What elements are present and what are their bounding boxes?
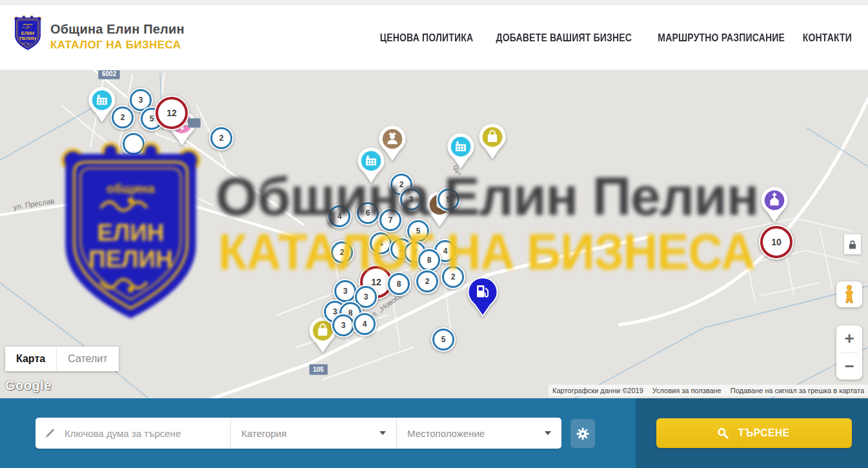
lock-button[interactable] [844, 234, 861, 254]
category-select-label: Категория [241, 428, 287, 439]
search-submit-button[interactable]: ТЪРСЕНЕ [656, 418, 852, 448]
nav-item-3[interactable]: МАРШРУТНО РАЗПИСАНИЕ [658, 32, 785, 44]
map-canvas[interactable]: ул. Преславбул. „Новоселци" 6002105 3251… [0, 70, 868, 398]
nav-item-1[interactable]: ЦЕНОВА ПОЛИТИКА [380, 32, 474, 44]
site-subtitle: КАТАЛОГ НА БИЗНЕСА [50, 39, 185, 52]
report-error-link[interactable]: Подаване на сигнал за грешка в картата [731, 387, 864, 394]
terms-link[interactable]: Условия за ползване [652, 387, 722, 394]
top-strip [0, 0, 868, 5]
zoom-control: + − [836, 325, 862, 380]
map-attribution: Картографски данни ©2019 Условия за полз… [549, 385, 868, 396]
map-type-map-button[interactable]: Карта [5, 347, 56, 371]
gear-icon [576, 427, 589, 440]
chevron-down-icon [545, 431, 551, 435]
zoom-in-button[interactable]: + [836, 325, 862, 352]
keyword-field-wrap [35, 418, 231, 449]
advanced-settings-button[interactable] [570, 419, 595, 448]
search-input[interactable] [63, 427, 221, 440]
search-icon [717, 427, 729, 439]
location-select-label: Местоположение [407, 428, 485, 439]
padlock-icon [848, 239, 857, 250]
nav-item-4[interactable]: КОНТАКТИ [803, 32, 852, 44]
map-type-control: Карта Сателит [5, 347, 119, 371]
category-select[interactable]: Категория [231, 418, 397, 449]
header: Община Елин Пелин КАТАЛОГ НА БИЗНЕСА ЦЕН… [0, 5, 868, 70]
google-logo[interactable]: Google [5, 378, 52, 393]
street-view-pegman[interactable] [836, 281, 862, 307]
location-select[interactable]: Местоположение [397, 418, 561, 449]
nav-item-2[interactable]: ДОБАВЕТЕ ВАШИЯТ БИЗНЕС [496, 32, 632, 44]
site-brand[interactable]: Община Елин Пелин КАТАЛОГ НА БИЗНЕСА [50, 22, 185, 52]
site-logo[interactable] [13, 14, 43, 52]
site-title: Община Елин Пелин [50, 22, 185, 37]
search-bar: Категория Местоположение [0, 398, 868, 468]
search-fields: Категория Местоположение [35, 418, 561, 449]
chevron-down-icon [379, 431, 386, 435]
attribution-data-text: Картографски данни ©2019 [552, 387, 643, 394]
pegman-icon [842, 285, 856, 304]
page: Община Елин Пелин КАТАЛОГ НА БИЗНЕСА ЦЕН… [0, 0, 868, 468]
search-submit-label: ТЪРСЕНЕ [738, 427, 789, 440]
main-nav: ЦЕНОВА ПОЛИТИКАДОБАВЕТЕ ВАШИЯТ БИЗНЕСМАР… [372, 5, 856, 70]
map-type-satellite-button[interactable]: Сателит [56, 347, 118, 371]
map-controls: Карта Сателит Google Картографски данни … [0, 70, 868, 398]
zoom-out-button[interactable]: − [836, 353, 862, 380]
pencil-icon [45, 428, 56, 439]
